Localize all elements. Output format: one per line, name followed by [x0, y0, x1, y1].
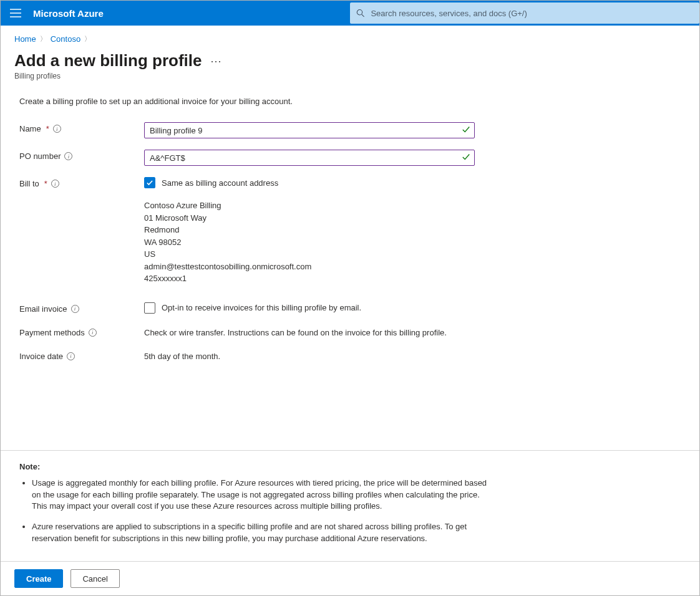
intro-text: Create a billing profile to set up an ad…	[19, 97, 686, 106]
cancel-button[interactable]: Cancel	[70, 569, 119, 588]
field-bill-to: Bill to* i Same as billing account addre…	[19, 177, 686, 285]
page-subtitle: Billing profiles	[14, 72, 686, 80]
field-payment-methods: Payment methods i Check or wire transfer…	[19, 326, 686, 337]
search-icon	[356, 9, 364, 17]
email-invoice-label-text: Email invoice	[19, 304, 67, 314]
field-invoice-date: Invoice date i 5th day of the month.	[19, 350, 686, 361]
note-title: Note:	[19, 462, 681, 471]
page-top: Home 〉 Contoso 〉 Add a new billing profi…	[1, 26, 699, 84]
field-po-number: PO number i	[19, 150, 686, 166]
page-title: Add a new billing profile	[14, 51, 202, 70]
note-item: Usage is aggregated monthly for each bil…	[32, 478, 493, 513]
hamburger-menu-button[interactable]	[1, 1, 31, 26]
email-optin-checkbox[interactable]	[144, 302, 155, 314]
address-line: 425xxxxxx1	[144, 272, 475, 285]
address-line: WA 98052	[144, 236, 475, 249]
more-actions-button[interactable]: ⋯	[210, 55, 222, 67]
info-icon[interactable]: i	[53, 125, 61, 133]
hamburger-icon	[10, 9, 21, 17]
billto-label-text: Bill to	[19, 179, 39, 188]
same-address-checkbox[interactable]	[144, 177, 155, 188]
required-marker: *	[46, 124, 49, 133]
global-search[interactable]	[350, 2, 699, 24]
same-address-checkbox-label: Same as billing account address	[162, 178, 278, 188]
info-icon[interactable]: i	[89, 329, 97, 337]
address-line: Redmond	[144, 224, 475, 236]
name-label: Name* i	[19, 122, 144, 133]
chevron-right-icon: 〉	[40, 34, 47, 44]
info-icon[interactable]: i	[64, 152, 72, 160]
invoice-date-label: Invoice date i	[19, 350, 144, 361]
chevron-right-icon: 〉	[84, 34, 91, 44]
info-icon[interactable]: i	[67, 352, 75, 360]
field-name: Name* i	[19, 122, 686, 138]
create-button[interactable]: Create	[14, 569, 63, 588]
address-line: 01 Microsoft Way	[144, 212, 475, 224]
address-line: US	[144, 248, 475, 261]
invoice-date-value: 5th day of the month.	[144, 350, 220, 361]
top-header: Microsoft Azure	[1, 1, 699, 26]
brand-label: Microsoft Azure	[31, 8, 104, 19]
po-input[interactable]	[144, 150, 475, 166]
info-icon[interactable]: i	[51, 180, 59, 188]
payment-methods-value: Check or wire transfer. Instructions can…	[144, 326, 447, 337]
po-label-text: PO number	[19, 151, 61, 161]
address-line: Contoso Azure Billing	[144, 199, 475, 212]
svg-line-1	[362, 14, 364, 17]
search-input[interactable]	[369, 8, 693, 19]
breadcrumb-contoso[interactable]: Contoso	[51, 34, 80, 44]
form-area: Create a billing profile to set up an ad…	[1, 84, 699, 450]
svg-point-0	[357, 10, 362, 15]
billing-address: Contoso Azure Billing 01 Microsoft Way R…	[144, 199, 475, 285]
po-label: PO number i	[19, 150, 144, 161]
billto-label: Bill to* i	[19, 177, 144, 188]
invoice-date-label-text: Invoice date	[19, 352, 63, 361]
footer: Create Cancel	[1, 561, 699, 595]
name-label-text: Name	[19, 124, 41, 133]
payment-methods-label-text: Payment methods	[19, 328, 85, 337]
required-marker: *	[44, 179, 47, 188]
name-input[interactable]	[144, 122, 475, 138]
payment-methods-label: Payment methods i	[19, 326, 144, 337]
checkmark-icon	[146, 179, 153, 186]
field-email-invoice: Email invoice i Opt-in to receive invoic…	[19, 302, 686, 314]
breadcrumb-home[interactable]: Home	[14, 34, 36, 44]
info-icon[interactable]: i	[71, 305, 79, 313]
email-invoice-label: Email invoice i	[19, 302, 144, 314]
note-item: Azure reservations are applied to subscr…	[32, 521, 493, 545]
address-line: admin@testtestcontosobilling.onmicrosoft…	[144, 261, 475, 273]
breadcrumb: Home 〉 Contoso 〉	[14, 34, 686, 44]
email-optin-checkbox-label: Opt-in to receive invoices for this bill…	[162, 303, 361, 312]
note-panel: Note: Usage is aggregated monthly for ea…	[1, 450, 699, 561]
